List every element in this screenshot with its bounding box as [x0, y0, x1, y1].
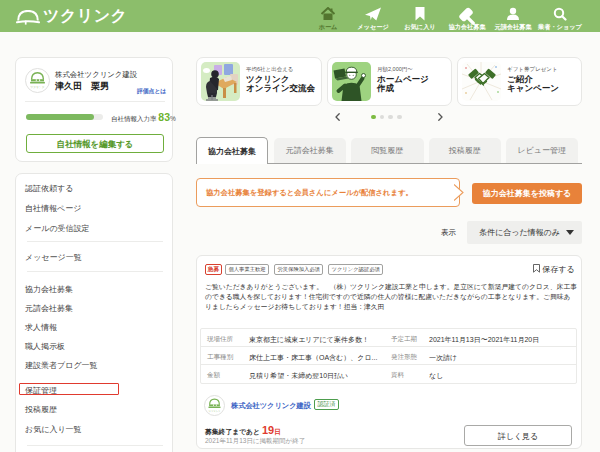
svg-text:ツクリンク: ツクリンク	[30, 85, 44, 89]
